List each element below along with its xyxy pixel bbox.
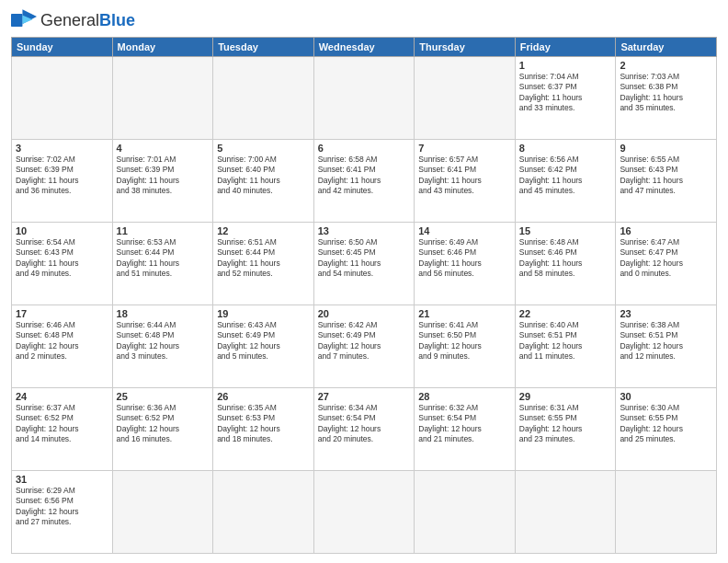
calendar-cell: 15Sunrise: 6:48 AM Sunset: 6:46 PM Dayli… xyxy=(515,223,616,305)
calendar-cell: 27Sunrise: 6:34 AM Sunset: 6:54 PM Dayli… xyxy=(313,388,415,471)
calendar-cell: 2Sunrise: 7:03 AM Sunset: 6:38 PM Daylig… xyxy=(616,57,717,140)
day-info: Sunrise: 6:38 AM Sunset: 6:51 PM Dayligh… xyxy=(620,320,712,362)
day-info: Sunrise: 6:44 AM Sunset: 6:48 PM Dayligh… xyxy=(117,320,210,362)
calendar-cell: 9Sunrise: 6:55 AM Sunset: 6:43 PM Daylig… xyxy=(616,140,717,223)
day-number: 5 xyxy=(217,143,310,154)
day-number: 27 xyxy=(318,391,411,402)
weekday-header-saturday: Saturday xyxy=(616,38,717,57)
day-info: Sunrise: 7:03 AM Sunset: 6:38 PM Dayligh… xyxy=(620,72,712,114)
day-number: 6 xyxy=(318,143,411,154)
day-number: 14 xyxy=(418,225,511,236)
day-info: Sunrise: 6:47 AM Sunset: 6:47 PM Dayligh… xyxy=(620,237,712,280)
weekday-header-wednesday: Wednesday xyxy=(313,38,415,57)
day-number: 7 xyxy=(418,143,511,154)
day-info: Sunrise: 6:41 AM Sunset: 6:50 PM Dayligh… xyxy=(418,320,511,362)
day-number: 8 xyxy=(519,143,612,154)
day-info: Sunrise: 6:31 AM Sunset: 6:55 PM Dayligh… xyxy=(519,403,612,445)
calendar-cell xyxy=(112,471,213,554)
calendar-cell xyxy=(112,57,213,140)
day-info: Sunrise: 6:43 AM Sunset: 6:49 PM Dayligh… xyxy=(217,320,310,362)
day-info: Sunrise: 7:01 AM Sunset: 6:39 PM Dayligh… xyxy=(117,155,210,197)
day-number: 12 xyxy=(217,225,310,236)
weekday-header-friday: Friday xyxy=(515,38,616,57)
weekday-header-row: SundayMondayTuesdayWednesdayThursdayFrid… xyxy=(12,38,717,57)
calendar-cell: 14Sunrise: 6:49 AM Sunset: 6:46 PM Dayli… xyxy=(415,223,516,305)
day-info: Sunrise: 7:00 AM Sunset: 6:40 PM Dayligh… xyxy=(217,155,310,197)
calendar-cell: 13Sunrise: 6:50 AM Sunset: 6:45 PM Dayli… xyxy=(313,223,415,305)
calendar-cell: 1Sunrise: 7:04 AM Sunset: 6:37 PM Daylig… xyxy=(515,57,616,140)
day-number: 31 xyxy=(16,474,108,485)
calendar-cell xyxy=(213,471,314,554)
calendar-cell: 23Sunrise: 6:38 AM Sunset: 6:51 PM Dayli… xyxy=(616,305,717,388)
day-info: Sunrise: 6:55 AM Sunset: 6:43 PM Dayligh… xyxy=(620,155,712,197)
day-number: 4 xyxy=(117,143,210,154)
calendar-cell: 21Sunrise: 6:41 AM Sunset: 6:50 PM Dayli… xyxy=(415,305,516,388)
weekday-header-tuesday: Tuesday xyxy=(213,38,314,57)
day-info: Sunrise: 6:50 AM Sunset: 6:45 PM Dayligh… xyxy=(318,237,411,280)
day-number: 24 xyxy=(16,391,108,402)
weekday-header-monday: Monday xyxy=(112,38,213,57)
day-info: Sunrise: 6:36 AM Sunset: 6:52 PM Dayligh… xyxy=(117,403,210,445)
calendar-cell: 10Sunrise: 6:54 AM Sunset: 6:43 PM Dayli… xyxy=(12,223,113,305)
day-info: Sunrise: 6:40 AM Sunset: 6:51 PM Dayligh… xyxy=(519,320,612,362)
calendar-cell: 30Sunrise: 6:30 AM Sunset: 6:55 PM Dayli… xyxy=(616,388,717,471)
calendar-cell xyxy=(515,471,616,554)
day-number: 10 xyxy=(16,225,108,236)
weekday-header-sunday: Sunday xyxy=(12,38,113,57)
calendar-cell: 3Sunrise: 7:02 AM Sunset: 6:39 PM Daylig… xyxy=(12,140,113,223)
day-info: Sunrise: 6:49 AM Sunset: 6:46 PM Dayligh… xyxy=(418,237,511,280)
day-number: 28 xyxy=(418,391,511,402)
day-info: Sunrise: 6:54 AM Sunset: 6:43 PM Dayligh… xyxy=(16,237,108,280)
day-info: Sunrise: 6:53 AM Sunset: 6:44 PM Dayligh… xyxy=(117,237,210,280)
week-row-2: 10Sunrise: 6:54 AM Sunset: 6:43 PM Dayli… xyxy=(12,223,717,305)
day-number: 13 xyxy=(318,225,411,236)
calendar-cell: 26Sunrise: 6:35 AM Sunset: 6:53 PM Dayli… xyxy=(213,388,314,471)
logo: GeneralBlue xyxy=(11,9,135,31)
day-info: Sunrise: 7:02 AM Sunset: 6:39 PM Dayligh… xyxy=(16,155,108,197)
calendar-cell: 8Sunrise: 6:56 AM Sunset: 6:42 PM Daylig… xyxy=(515,140,616,223)
calendar-cell: 31Sunrise: 6:29 AM Sunset: 6:56 PM Dayli… xyxy=(12,471,113,554)
day-info: Sunrise: 6:29 AM Sunset: 6:56 PM Dayligh… xyxy=(16,486,108,528)
calendar-cell: 7Sunrise: 6:57 AM Sunset: 6:41 PM Daylig… xyxy=(415,140,516,223)
day-number: 11 xyxy=(117,225,210,236)
calendar-cell: 11Sunrise: 6:53 AM Sunset: 6:44 PM Dayli… xyxy=(112,223,213,305)
day-info: Sunrise: 6:48 AM Sunset: 6:46 PM Dayligh… xyxy=(519,237,612,280)
day-number: 3 xyxy=(16,143,108,154)
calendar-cell xyxy=(12,57,113,140)
calendar-cell xyxy=(313,471,415,554)
calendar-table: SundayMondayTuesdayWednesdayThursdayFrid… xyxy=(11,37,717,554)
day-info: Sunrise: 6:30 AM Sunset: 6:55 PM Dayligh… xyxy=(620,403,712,445)
day-number: 1 xyxy=(519,60,612,71)
calendar-cell: 17Sunrise: 6:46 AM Sunset: 6:48 PM Dayli… xyxy=(12,305,113,388)
day-number: 22 xyxy=(519,308,612,319)
general-blue-icon xyxy=(11,9,37,31)
calendar-cell: 16Sunrise: 6:47 AM Sunset: 6:47 PM Dayli… xyxy=(616,223,717,305)
header: GeneralBlue xyxy=(11,9,717,31)
day-info: Sunrise: 6:51 AM Sunset: 6:44 PM Dayligh… xyxy=(217,237,310,280)
calendar-cell: 24Sunrise: 6:37 AM Sunset: 6:52 PM Dayli… xyxy=(12,388,113,471)
calendar-cell: 12Sunrise: 6:51 AM Sunset: 6:44 PM Dayli… xyxy=(213,223,314,305)
day-number: 30 xyxy=(620,391,712,402)
calendar-cell: 5Sunrise: 7:00 AM Sunset: 6:40 PM Daylig… xyxy=(213,140,314,223)
calendar-cell xyxy=(415,471,516,554)
calendar-cell: 18Sunrise: 6:44 AM Sunset: 6:48 PM Dayli… xyxy=(112,305,213,388)
week-row-3: 17Sunrise: 6:46 AM Sunset: 6:48 PM Dayli… xyxy=(12,305,717,388)
page: GeneralBlue SundayMondayTuesdayWednesday… xyxy=(0,0,728,563)
calendar-cell: 29Sunrise: 6:31 AM Sunset: 6:55 PM Dayli… xyxy=(515,388,616,471)
day-info: Sunrise: 6:56 AM Sunset: 6:42 PM Dayligh… xyxy=(519,155,612,197)
calendar-cell: 28Sunrise: 6:32 AM Sunset: 6:54 PM Dayli… xyxy=(415,388,516,471)
week-row-0: 1Sunrise: 7:04 AM Sunset: 6:37 PM Daylig… xyxy=(12,57,717,140)
day-number: 15 xyxy=(519,225,612,236)
calendar-cell xyxy=(213,57,314,140)
day-number: 21 xyxy=(418,308,511,319)
calendar-cell xyxy=(415,57,516,140)
day-info: Sunrise: 6:32 AM Sunset: 6:54 PM Dayligh… xyxy=(418,403,511,445)
day-info: Sunrise: 7:04 AM Sunset: 6:37 PM Dayligh… xyxy=(519,72,612,114)
week-row-4: 24Sunrise: 6:37 AM Sunset: 6:52 PM Dayli… xyxy=(12,388,717,471)
day-number: 26 xyxy=(217,391,310,402)
day-number: 17 xyxy=(16,308,108,319)
day-info: Sunrise: 6:46 AM Sunset: 6:48 PM Dayligh… xyxy=(16,320,108,362)
calendar-cell: 19Sunrise: 6:43 AM Sunset: 6:49 PM Dayli… xyxy=(213,305,314,388)
day-number: 20 xyxy=(318,308,411,319)
week-row-1: 3Sunrise: 7:02 AM Sunset: 6:39 PM Daylig… xyxy=(12,140,717,223)
